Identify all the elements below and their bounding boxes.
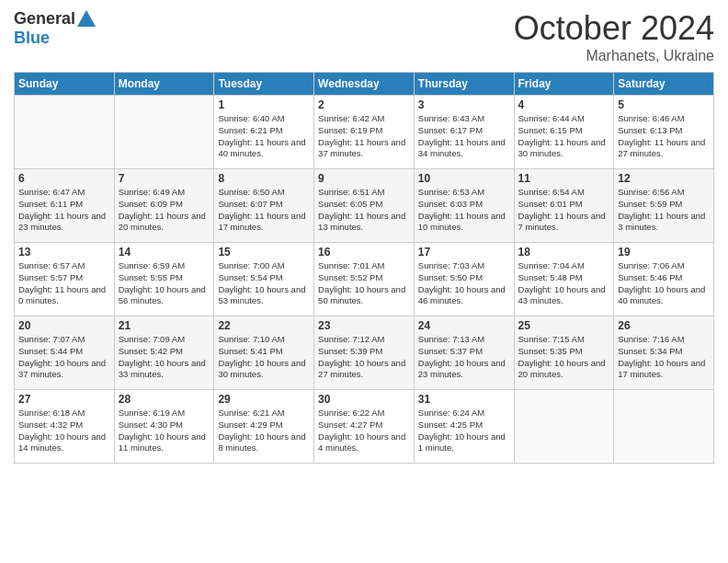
header-row: SundayMondayTuesdayWednesdayThursdayFrid… xyxy=(15,73,714,96)
day-number: 18 xyxy=(518,246,610,259)
calendar-cell: 2Sunrise: 6:42 AM Sunset: 6:19 PM Daylig… xyxy=(314,96,415,169)
calendar-cell: 3Sunrise: 6:43 AM Sunset: 6:17 PM Daylig… xyxy=(414,96,514,169)
calendar-cell xyxy=(614,390,714,464)
calendar-cell: 27Sunrise: 6:18 AM Sunset: 4:32 PM Dayli… xyxy=(15,390,115,464)
day-number: 28 xyxy=(119,393,210,406)
day-number: 29 xyxy=(218,393,310,406)
day-number: 10 xyxy=(418,172,510,185)
week-row-1: 1Sunrise: 6:40 AM Sunset: 6:21 PM Daylig… xyxy=(15,96,714,169)
calendar-cell: 21Sunrise: 7:09 AM Sunset: 5:42 PM Dayli… xyxy=(114,316,214,390)
calendar-cell: 26Sunrise: 7:16 AM Sunset: 5:34 PM Dayli… xyxy=(614,316,714,390)
day-info: Sunrise: 7:13 AM Sunset: 5:37 PM Dayligh… xyxy=(418,334,510,381)
day-info: Sunrise: 6:56 AM Sunset: 5:59 PM Dayligh… xyxy=(618,187,710,234)
calendar-cell xyxy=(514,390,614,464)
day-info: Sunrise: 7:15 AM Sunset: 5:35 PM Dayligh… xyxy=(518,334,610,381)
calendar-cell: 25Sunrise: 7:15 AM Sunset: 5:35 PM Dayli… xyxy=(514,316,614,390)
day-number: 9 xyxy=(318,172,410,185)
day-number: 3 xyxy=(418,98,510,111)
day-info: Sunrise: 6:57 AM Sunset: 5:57 PM Dayligh… xyxy=(18,260,110,307)
day-number: 1 xyxy=(218,98,310,111)
calendar-cell: 6Sunrise: 6:47 AM Sunset: 6:11 PM Daylig… xyxy=(15,169,115,243)
logo: General Blue xyxy=(14,9,96,48)
day-number: 15 xyxy=(218,246,310,259)
day-number: 20 xyxy=(18,319,110,332)
day-info: Sunrise: 6:21 AM Sunset: 4:29 PM Dayligh… xyxy=(218,408,310,454)
day-number: 22 xyxy=(218,319,310,332)
header-day-tuesday: Tuesday xyxy=(214,73,314,96)
calendar-cell: 28Sunrise: 6:19 AM Sunset: 4:30 PM Dayli… xyxy=(114,390,214,464)
calendar-cell: 29Sunrise: 6:21 AM Sunset: 4:29 PM Dayli… xyxy=(214,390,314,464)
day-info: Sunrise: 7:16 AM Sunset: 5:34 PM Dayligh… xyxy=(618,334,710,381)
logo-triangle-icon xyxy=(77,10,96,27)
week-row-2: 6Sunrise: 6:47 AM Sunset: 6:11 PM Daylig… xyxy=(15,169,714,243)
week-row-4: 20Sunrise: 7:07 AM Sunset: 5:44 PM Dayli… xyxy=(15,316,714,390)
calendar-cell: 31Sunrise: 6:24 AM Sunset: 4:25 PM Dayli… xyxy=(414,390,514,464)
day-info: Sunrise: 6:44 AM Sunset: 6:15 PM Dayligh… xyxy=(518,113,610,160)
day-info: Sunrise: 6:51 AM Sunset: 6:05 PM Dayligh… xyxy=(318,187,410,234)
day-number: 17 xyxy=(418,246,510,259)
calendar-cell: 1Sunrise: 6:40 AM Sunset: 6:21 PM Daylig… xyxy=(214,96,314,169)
header-day-friday: Friday xyxy=(514,73,614,96)
day-info: Sunrise: 6:54 AM Sunset: 6:01 PM Dayligh… xyxy=(518,187,610,234)
day-info: Sunrise: 6:22 AM Sunset: 4:27 PM Dayligh… xyxy=(318,408,410,454)
calendar-cell: 20Sunrise: 7:07 AM Sunset: 5:44 PM Dayli… xyxy=(15,316,115,390)
day-number: 24 xyxy=(418,319,510,332)
day-info: Sunrise: 7:03 AM Sunset: 5:50 PM Dayligh… xyxy=(418,260,510,307)
day-info: Sunrise: 6:49 AM Sunset: 6:09 PM Dayligh… xyxy=(119,187,210,234)
day-number: 27 xyxy=(18,393,110,406)
day-info: Sunrise: 7:10 AM Sunset: 5:41 PM Dayligh… xyxy=(218,334,310,381)
day-info: Sunrise: 7:01 AM Sunset: 5:52 PM Dayligh… xyxy=(318,260,410,307)
day-info: Sunrise: 6:18 AM Sunset: 4:32 PM Dayligh… xyxy=(18,408,110,454)
calendar-cell: 11Sunrise: 6:54 AM Sunset: 6:01 PM Dayli… xyxy=(514,169,614,243)
day-number: 12 xyxy=(618,172,710,185)
header-day-wednesday: Wednesday xyxy=(314,73,415,96)
day-number: 8 xyxy=(218,172,310,185)
month-title: October 2024 xyxy=(514,9,714,48)
day-number: 19 xyxy=(618,246,710,259)
day-info: Sunrise: 6:43 AM Sunset: 6:17 PM Dayligh… xyxy=(418,113,510,160)
week-row-3: 13Sunrise: 6:57 AM Sunset: 5:57 PM Dayli… xyxy=(15,243,714,316)
day-number: 5 xyxy=(618,98,710,111)
week-row-5: 27Sunrise: 6:18 AM Sunset: 4:32 PM Dayli… xyxy=(15,390,714,464)
header-day-sunday: Sunday xyxy=(15,73,115,96)
day-info: Sunrise: 6:40 AM Sunset: 6:21 PM Dayligh… xyxy=(218,113,310,160)
logo-text: General xyxy=(14,9,96,29)
day-info: Sunrise: 6:50 AM Sunset: 6:07 PM Dayligh… xyxy=(218,187,310,234)
day-number: 25 xyxy=(518,319,610,332)
calendar-cell: 23Sunrise: 7:12 AM Sunset: 5:39 PM Dayli… xyxy=(314,316,415,390)
day-info: Sunrise: 6:47 AM Sunset: 6:11 PM Dayligh… xyxy=(18,187,110,234)
header-day-monday: Monday xyxy=(114,73,214,96)
page: General Blue October 2024 Marhanets, Ukr… xyxy=(0,0,728,477)
day-number: 21 xyxy=(119,319,210,332)
calendar-table: SundayMondayTuesdayWednesdayThursdayFrid… xyxy=(14,72,714,464)
calendar-cell: 5Sunrise: 6:46 AM Sunset: 6:13 PM Daylig… xyxy=(614,96,714,169)
day-info: Sunrise: 7:00 AM Sunset: 5:54 PM Dayligh… xyxy=(218,260,310,307)
day-number: 2 xyxy=(318,98,410,111)
day-info: Sunrise: 7:06 AM Sunset: 5:46 PM Dayligh… xyxy=(618,260,710,307)
day-number: 30 xyxy=(318,393,410,406)
day-info: Sunrise: 6:42 AM Sunset: 6:19 PM Dayligh… xyxy=(318,113,410,160)
calendar-cell: 8Sunrise: 6:50 AM Sunset: 6:07 PM Daylig… xyxy=(214,169,314,243)
day-info: Sunrise: 7:09 AM Sunset: 5:42 PM Dayligh… xyxy=(119,334,210,381)
day-info: Sunrise: 6:46 AM Sunset: 6:13 PM Dayligh… xyxy=(618,113,710,160)
day-number: 7 xyxy=(119,172,210,185)
day-number: 26 xyxy=(618,319,710,332)
day-info: Sunrise: 6:59 AM Sunset: 5:55 PM Dayligh… xyxy=(119,260,210,307)
header-day-thursday: Thursday xyxy=(414,73,514,96)
day-info: Sunrise: 6:53 AM Sunset: 6:03 PM Dayligh… xyxy=(418,187,510,234)
calendar-cell: 16Sunrise: 7:01 AM Sunset: 5:52 PM Dayli… xyxy=(314,243,415,316)
calendar-cell: 22Sunrise: 7:10 AM Sunset: 5:41 PM Dayli… xyxy=(214,316,314,390)
location-subtitle: Marhanets, Ukraine xyxy=(514,48,714,64)
day-info: Sunrise: 7:07 AM Sunset: 5:44 PM Dayligh… xyxy=(18,334,110,381)
calendar-cell: 30Sunrise: 6:22 AM Sunset: 4:27 PM Dayli… xyxy=(314,390,415,464)
calendar-cell: 24Sunrise: 7:13 AM Sunset: 5:37 PM Dayli… xyxy=(414,316,514,390)
day-info: Sunrise: 6:19 AM Sunset: 4:30 PM Dayligh… xyxy=(119,408,210,454)
calendar-cell: 9Sunrise: 6:51 AM Sunset: 6:05 PM Daylig… xyxy=(314,169,415,243)
calendar-cell: 15Sunrise: 7:00 AM Sunset: 5:54 PM Dayli… xyxy=(214,243,314,316)
day-number: 31 xyxy=(418,393,510,406)
calendar-cell xyxy=(114,96,214,169)
calendar-cell: 12Sunrise: 6:56 AM Sunset: 5:59 PM Dayli… xyxy=(614,169,714,243)
logo-general: General xyxy=(14,9,75,29)
day-info: Sunrise: 6:24 AM Sunset: 4:25 PM Dayligh… xyxy=(418,408,510,454)
day-number: 6 xyxy=(18,172,110,185)
